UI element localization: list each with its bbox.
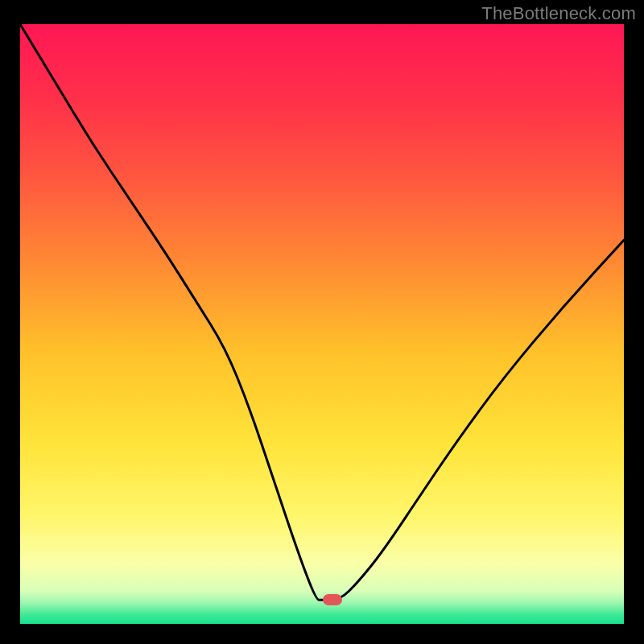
chart-frame: TheBottleneck.com — [0, 0, 644, 644]
bottleneck-chart — [20, 24, 624, 624]
gradient-background — [20, 24, 624, 624]
attribution-text: TheBottleneck.com — [481, 3, 636, 24]
plot-area — [20, 24, 624, 624]
optimal-point-marker — [323, 594, 342, 605]
